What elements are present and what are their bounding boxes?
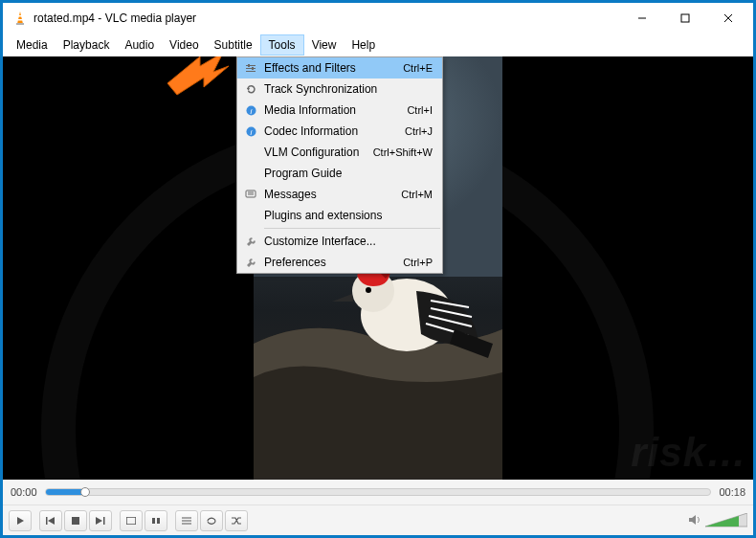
menu-item-shortcut: Ctrl+M bbox=[401, 189, 433, 200]
svg-rect-26 bbox=[252, 67, 254, 70]
window-title: rotated.mp4 - VLC media player bbox=[33, 11, 620, 25]
menu-item-shortcut: Ctrl+E bbox=[403, 62, 433, 74]
menu-item-label: Media Information bbox=[264, 103, 407, 117]
wrench-icon bbox=[237, 258, 264, 268]
menu-item-vlm-configuration[interactable]: VLM ConfigurationCtrl+Shift+W bbox=[237, 142, 442, 163]
menu-item-effects-and-filters[interactable]: Effects and FiltersCtrl+E bbox=[237, 57, 442, 78]
svg-rect-42 bbox=[152, 518, 155, 524]
svg-rect-38 bbox=[72, 517, 79, 525]
svg-marker-35 bbox=[17, 517, 24, 525]
menu-media[interactable]: Media bbox=[9, 35, 56, 55]
speaker-icon bbox=[688, 512, 701, 529]
menu-item-plugins-and-extensions[interactable]: Plugins and extensions bbox=[237, 205, 442, 226]
menu-item-label: Customize Interface... bbox=[264, 235, 433, 248]
tools-menu-dropdown: Effects and FiltersCtrl+ETrack Synchroni… bbox=[236, 56, 443, 274]
svg-marker-39 bbox=[96, 517, 102, 525]
time-current: 00:00 bbox=[11, 486, 37, 498]
playback-controls bbox=[3, 504, 753, 535]
svg-text:i: i bbox=[250, 107, 252, 116]
menu-item-shortcut: Ctrl+P bbox=[403, 257, 433, 268]
tutorial-arrow-icon bbox=[158, 56, 233, 102]
menu-help[interactable]: Help bbox=[344, 35, 383, 55]
ext-settings-button[interactable] bbox=[145, 510, 167, 531]
sync-icon bbox=[237, 84, 264, 95]
svg-rect-1 bbox=[16, 23, 24, 25]
prev-button[interactable] bbox=[39, 510, 62, 531]
menu-item-label: Program Guide bbox=[264, 167, 433, 180]
random-button[interactable] bbox=[225, 510, 248, 531]
close-button[interactable] bbox=[706, 5, 749, 32]
svg-rect-36 bbox=[46, 517, 48, 525]
menu-item-label: Effects and Filters bbox=[264, 61, 403, 75]
svg-rect-24 bbox=[246, 71, 256, 72]
loop-button[interactable] bbox=[200, 510, 223, 531]
menu-tools[interactable]: Tools bbox=[260, 34, 304, 56]
menu-playback[interactable]: Playback bbox=[56, 35, 118, 55]
fullscreen-button[interactable] bbox=[120, 510, 143, 531]
menu-item-program-guide[interactable]: Program Guide bbox=[237, 163, 442, 184]
seek-bar: 00:00 00:18 bbox=[3, 480, 753, 504]
svg-rect-40 bbox=[103, 517, 105, 525]
svg-marker-27 bbox=[247, 88, 250, 91]
menu-item-shortcut: Ctrl+Shift+W bbox=[373, 146, 433, 158]
menu-item-shortcut: Ctrl+J bbox=[405, 125, 433, 137]
menu-subtitle[interactable]: Subtitle bbox=[207, 35, 260, 55]
svg-rect-41 bbox=[126, 517, 136, 525]
menu-item-codec-information[interactable]: iCodec InformationCtrl+J bbox=[237, 121, 442, 142]
svg-rect-25 bbox=[248, 64, 250, 67]
titlebar: rotated.mp4 - VLC media player bbox=[3, 3, 753, 34]
menu-item-track-synchronization[interactable]: Track Synchronization bbox=[237, 78, 442, 100]
svg-marker-21 bbox=[167, 56, 229, 95]
maximize-button[interactable] bbox=[663, 5, 706, 32]
svg-rect-43 bbox=[157, 518, 160, 524]
svg-rect-23 bbox=[246, 68, 256, 69]
volume-slider[interactable] bbox=[705, 513, 747, 528]
seek-track[interactable] bbox=[45, 488, 712, 496]
video-area[interactable]: risk… Effects and FiltersCtrl+ETrack Syn… bbox=[3, 56, 753, 480]
sliders-icon bbox=[237, 63, 264, 73]
minimize-button[interactable] bbox=[620, 5, 663, 32]
menu-item-shortcut: Ctrl+I bbox=[407, 104, 433, 116]
menu-view[interactable]: View bbox=[304, 35, 345, 55]
menu-item-label: Preferences bbox=[264, 256, 403, 269]
svg-marker-37 bbox=[48, 517, 55, 525]
svg-rect-22 bbox=[246, 65, 256, 66]
svg-marker-0 bbox=[17, 11, 23, 24]
menu-item-customize-interface[interactable]: Customize Interface... bbox=[237, 231, 442, 252]
titlebar-controls bbox=[620, 5, 749, 32]
svg-text:i: i bbox=[250, 128, 252, 137]
menubar: MediaPlaybackAudioVideoSubtitleToolsView… bbox=[3, 34, 753, 56]
menu-item-label: Track Synchronization bbox=[264, 82, 433, 96]
svg-marker-47 bbox=[689, 515, 696, 525]
svg-rect-5 bbox=[681, 14, 689, 22]
volume-control[interactable] bbox=[688, 512, 747, 529]
playlist-button[interactable] bbox=[175, 510, 198, 531]
msg-icon bbox=[237, 190, 264, 199]
svg-rect-2 bbox=[18, 15, 22, 17]
menu-audio[interactable]: Audio bbox=[117, 35, 162, 55]
svg-rect-3 bbox=[18, 19, 23, 21]
svg-point-20 bbox=[366, 287, 371, 293]
menu-item-preferences[interactable]: PreferencesCtrl+P bbox=[237, 252, 442, 273]
menu-item-media-information[interactable]: iMedia InformationCtrl+I bbox=[237, 100, 442, 121]
menu-item-label: Plugins and extensions bbox=[264, 209, 433, 222]
menu-item-label: VLM Configuration bbox=[264, 146, 373, 159]
info-icon: i bbox=[237, 126, 264, 137]
menu-item-label: Codec Information bbox=[264, 124, 405, 138]
info-icon: i bbox=[237, 105, 264, 116]
wrench-icon bbox=[237, 236, 264, 247]
seek-thumb[interactable] bbox=[80, 487, 90, 497]
menu-video[interactable]: Video bbox=[162, 35, 206, 55]
watermark-text: risk… bbox=[631, 430, 747, 476]
time-total: 00:18 bbox=[719, 486, 745, 498]
vlc-cone-icon bbox=[12, 11, 28, 26]
app-window: rotated.mp4 - VLC media player MediaPlay… bbox=[3, 3, 753, 535]
next-button[interactable] bbox=[89, 510, 112, 531]
seek-progress bbox=[46, 489, 86, 495]
menu-item-messages[interactable]: MessagesCtrl+M bbox=[237, 184, 442, 205]
menu-item-label: Messages bbox=[264, 188, 401, 201]
play-button[interactable] bbox=[9, 510, 32, 531]
stop-button[interactable] bbox=[64, 510, 87, 531]
